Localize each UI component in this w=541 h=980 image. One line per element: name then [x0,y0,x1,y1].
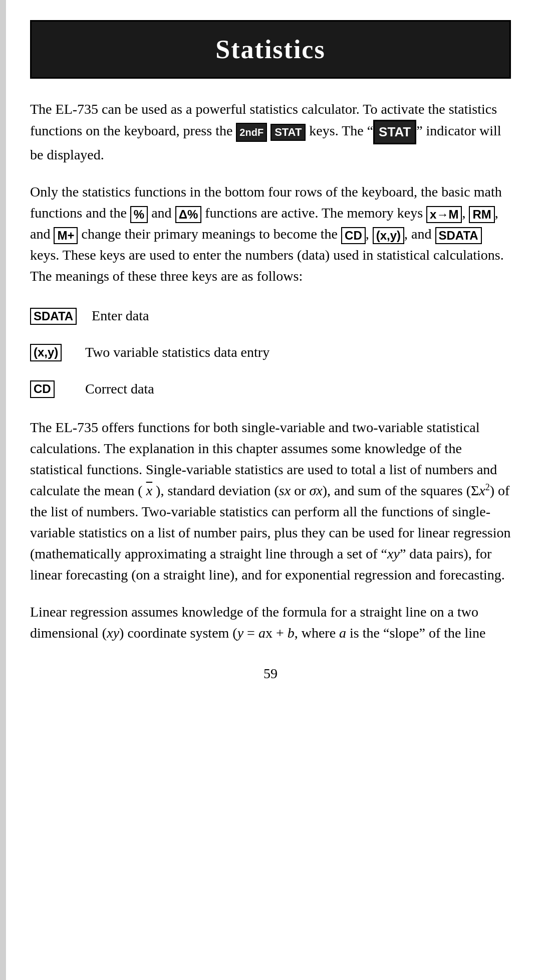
title-bar: Statistics [30,20,511,79]
key-cd: CD [30,380,55,398]
def-key-xy: (x,y) [30,341,70,362]
key-xy-inline: (x,y) [373,227,404,245]
mean-x: x [146,483,152,498]
xy-italic: xy [387,546,400,561]
key-sdata: SDATA [30,308,77,325]
definition-list: SDATA Enter data (x,y) Two variable stat… [30,305,511,399]
a-var: a [258,625,265,641]
page: Statistics The EL-735 can be used as a p… [0,0,541,980]
def-item-sdata: SDATA Enter data [30,305,511,326]
p2-comma2: , [366,226,373,242]
key-mplus: M+ [54,227,78,245]
paragraph-4: Linear regression assumes knowledge of t… [30,602,511,644]
key-cd-inline: CD [341,227,366,245]
p3-text-1: The EL-735 offers functions for both sin… [30,420,511,582]
b-var: b [288,625,295,641]
def-key-sdata: SDATA [30,305,77,325]
a-ref: a [339,625,346,641]
paragraph-3: The EL-735 offers functions for both sin… [30,417,511,585]
y-eq: y [237,625,243,641]
def-text-cd: Correct data [85,378,154,400]
key-2ndf: 2ndF [236,123,267,142]
def-item-cd: CD Correct data [30,378,511,400]
p2-change: change their primary meanings to become … [78,226,341,242]
paragraph-2: Only the statistics functions in the bot… [30,181,511,287]
page-number-text: 59 [263,666,278,681]
def-key-cd: CD [30,378,70,399]
page-title: Statistics [47,31,494,68]
paragraph-1: The EL-735 can be used as a powerful sta… [30,99,511,165]
xy-coord: xy [107,625,119,641]
def-text-sdata: Enter data [92,305,149,326]
key-xy: (x,y) [30,344,62,361]
p1-text-mid: keys. The “ [306,123,373,138]
key-delta-percent: Δ% [175,206,202,224]
p2-comma1: , [462,205,469,221]
p2-keys-desc: keys. These keys are used to enter the n… [30,247,504,284]
key-xm: x→M [426,206,462,224]
def-text-xy: Two variable statistics data entry [85,341,269,363]
sx-italic: sx [279,483,291,498]
key-stat: STAT [270,124,306,141]
page-number: 59 [30,664,511,684]
x2-italic: x [479,483,485,498]
p2-and1: and [148,205,175,221]
key-sdata-inline: SDATA [435,227,482,245]
p2-text-mid: functions are active. The memory keys [201,205,426,221]
p4-text: Linear regression assumes knowledge of t… [30,604,485,641]
def-item-xy: (x,y) Two variable statistics data entry [30,341,511,363]
p2-and3: , and [404,226,435,242]
key-percent: % [130,206,148,224]
key-rm: RM [469,206,494,224]
stat-indicator: STAT [373,120,416,144]
sigmax-italic: σx [309,483,322,498]
